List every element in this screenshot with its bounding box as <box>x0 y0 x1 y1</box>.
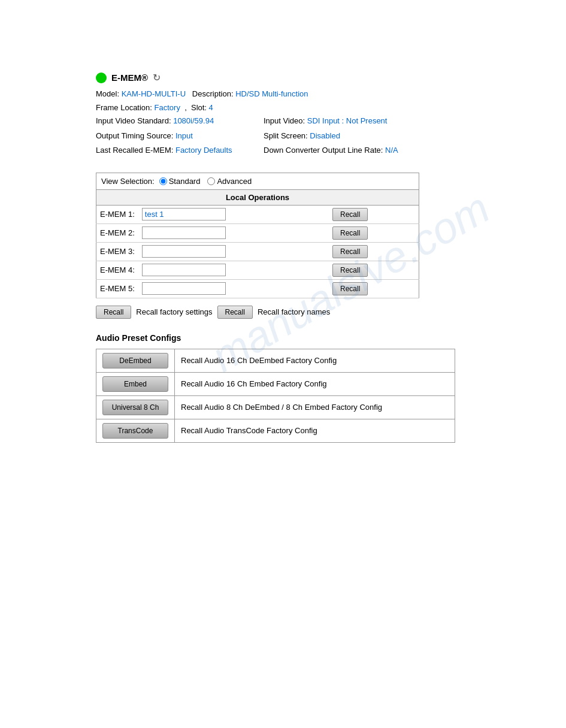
description-value: HD/SD Multi-function <box>235 89 308 98</box>
emem-2-recall-button[interactable]: Recall <box>332 226 368 240</box>
transcode-desc: Recall Audio TransCode Factory Config <box>181 426 317 435</box>
emem-5-label: E-MEM 5: <box>96 279 138 298</box>
local-ops-title: Local Operations <box>226 193 289 202</box>
deembed-desc-cell: Recall Audio 16 Ch DeEmbed Factory Confi… <box>175 349 455 372</box>
audio-row-deembed: DeEmbed Recall Audio 16 Ch DeEmbed Facto… <box>96 349 455 372</box>
input-video-label: Input Video: <box>264 116 305 125</box>
input-video-std-row: Input Video Standard: 1080i/59.94 <box>96 115 264 127</box>
standard-radio-label[interactable]: Standard <box>159 177 201 186</box>
emem-3-input[interactable] <box>142 245 226 258</box>
emem-2-input-cell[interactable] <box>138 223 329 242</box>
standard-radio[interactable] <box>159 177 167 185</box>
last-recalled-label: Last Recalled E-MEM: <box>96 146 173 155</box>
embed-btn-cell: Embed <box>96 372 175 395</box>
frame-location-label: Frame Location: <box>96 103 152 112</box>
emem-row-2: E-MEM 2: Recall <box>96 223 419 242</box>
deembed-button[interactable]: DeEmbed <box>102 353 168 368</box>
emem-1-recall-button[interactable]: Recall <box>332 208 368 221</box>
emem-3-input-cell[interactable] <box>138 242 329 261</box>
emem-4-recall-cell: Recall <box>329 261 419 279</box>
frame-location-value: Factory <box>155 103 180 112</box>
emem-5-recall-cell: Recall <box>329 279 419 298</box>
model-label: Model: <box>96 89 119 98</box>
emem-4-input[interactable] <box>142 264 226 276</box>
view-selection-label: View Selection: <box>101 177 155 186</box>
refresh-icon[interactable]: ↻ <box>153 72 161 83</box>
emem-1-input-cell[interactable] <box>138 205 329 223</box>
bottom-recall-row: Recall Recall factory settings Recall Re… <box>96 306 419 319</box>
model-value: KAM-HD-MULTI-U <box>122 89 186 98</box>
down-converter-row: Down Converter Output Line Rate: N/A <box>264 144 470 156</box>
input-video-value: SDI Input : Not Present <box>307 116 388 125</box>
advanced-radio-label[interactable]: Advanced <box>207 177 252 186</box>
split-screen-row: Split Screen: Disabled <box>264 130 470 142</box>
slot-value: 4 <box>209 103 213 112</box>
output-timing-label: Output Timing Source: <box>96 131 173 140</box>
local-ops-header-row: Local Operations <box>96 189 419 205</box>
emem-2-input[interactable] <box>142 226 226 239</box>
emem-row-5: E-MEM 5: Recall <box>96 279 419 298</box>
radio-group: Standard Advanced <box>159 177 252 186</box>
emem-3-label: E-MEM 3: <box>96 242 138 261</box>
main-operations-table: View Selection: Standard Advanced <box>96 173 419 298</box>
embed-desc: Recall Audio 16 Ch Embed Factory Config <box>181 379 327 388</box>
down-converter-label: Down Converter Output Line Rate: <box>264 146 383 155</box>
universal-8ch-button[interactable]: Universal 8 Ch <box>102 400 168 415</box>
emem-row-1: E-MEM 1: Recall <box>96 205 419 223</box>
app-title: E-MEM® <box>111 73 148 83</box>
emem-1-recall-cell: Recall <box>329 205 419 223</box>
model-row: Model: KAM-HD-MULTI-U Description: HD/SD… <box>96 88 470 100</box>
emem-5-input[interactable] <box>142 282 226 295</box>
recall-factory-settings-text: Recall factory settings <box>136 307 212 316</box>
transcode-desc-cell: Recall Audio TransCode Factory Config <box>175 419 455 442</box>
advanced-label: Advanced <box>217 177 252 186</box>
description-label: Description: <box>192 89 234 98</box>
emem-4-input-cell[interactable] <box>138 261 329 279</box>
embed-button[interactable]: Embed <box>102 376 168 392</box>
split-screen-value: Disabled <box>310 131 340 140</box>
audio-preset-section: Audio Preset Configs DeEmbed Recall Audi… <box>96 333 470 443</box>
advanced-radio[interactable] <box>207 177 215 185</box>
input-video-row: Input Video: SDI Input : Not Present <box>264 115 470 127</box>
emem-5-recall-button[interactable]: Recall <box>332 282 368 295</box>
emem-3-recall-cell: Recall <box>329 242 419 261</box>
last-recalled-value: Factory Defaults <box>175 146 232 155</box>
emem-row-3: E-MEM 3: Recall <box>96 242 419 261</box>
slot-label: Slot: <box>191 103 207 112</box>
transcode-button[interactable]: TransCode <box>102 423 168 439</box>
recall-factory-names-button[interactable]: Recall <box>217 306 253 319</box>
frame-location-row: Frame Location: Factory , Slot: 4 <box>96 102 470 114</box>
emem-row-4: E-MEM 4: Recall <box>96 261 419 279</box>
audio-row-embed: Embed Recall Audio 16 Ch Embed Factory C… <box>96 372 455 395</box>
universal-btn-cell: Universal 8 Ch <box>96 395 175 419</box>
audio-preset-table: DeEmbed Recall Audio 16 Ch DeEmbed Facto… <box>96 349 455 443</box>
recall-factory-settings-button[interactable]: Recall <box>96 306 131 319</box>
universal-desc: Recall Audio 8 Ch DeEmbed / 8 Ch Embed F… <box>181 403 382 412</box>
view-selection-row: View Selection: Standard Advanced <box>96 173 419 189</box>
input-video-std-value: 1080i/59.94 <box>173 116 214 125</box>
universal-desc-cell: Recall Audio 8 Ch DeEmbed / 8 Ch Embed F… <box>175 395 455 419</box>
emem-5-input-cell[interactable] <box>138 279 329 298</box>
output-timing-value: Input <box>175 131 193 140</box>
emem-4-recall-button[interactable]: Recall <box>332 264 368 277</box>
embed-desc-cell: Recall Audio 16 Ch Embed Factory Config <box>175 372 455 395</box>
view-selection-container: View Selection: Standard Advanced <box>101 177 414 186</box>
deembed-btn-cell: DeEmbed <box>96 349 175 372</box>
audio-row-universal: Universal 8 Ch Recall Audio 8 Ch DeEmbed… <box>96 395 455 419</box>
emem-3-recall-button[interactable]: Recall <box>332 245 368 258</box>
input-video-std-label: Input Video Standard: <box>96 116 171 125</box>
transcode-btn-cell: TransCode <box>96 419 175 442</box>
emem-1-label: E-MEM 1: <box>96 205 138 223</box>
emem-1-input[interactable] <box>142 208 226 220</box>
down-converter-value: N/A <box>385 146 398 155</box>
last-recalled-row: Last Recalled E-MEM: Factory Defaults <box>96 144 264 156</box>
header-section: E-MEM® ↻ Model: KAM-HD-MULTI-U Descripti… <box>96 72 470 158</box>
output-timing-row: Output Timing Source: Input <box>96 130 264 142</box>
info-grid: Input Video Standard: 1080i/59.94 Input … <box>96 115 470 158</box>
deembed-desc: Recall Audio 16 Ch DeEmbed Factory Confi… <box>181 356 337 365</box>
emem-2-label: E-MEM 2: <box>96 223 138 242</box>
audio-row-transcode: TransCode Recall Audio TransCode Factory… <box>96 419 455 442</box>
split-screen-label: Split Screen: <box>264 131 308 140</box>
emem-4-label: E-MEM 4: <box>96 261 138 279</box>
recall-factory-names-text: Recall factory names <box>258 307 330 316</box>
